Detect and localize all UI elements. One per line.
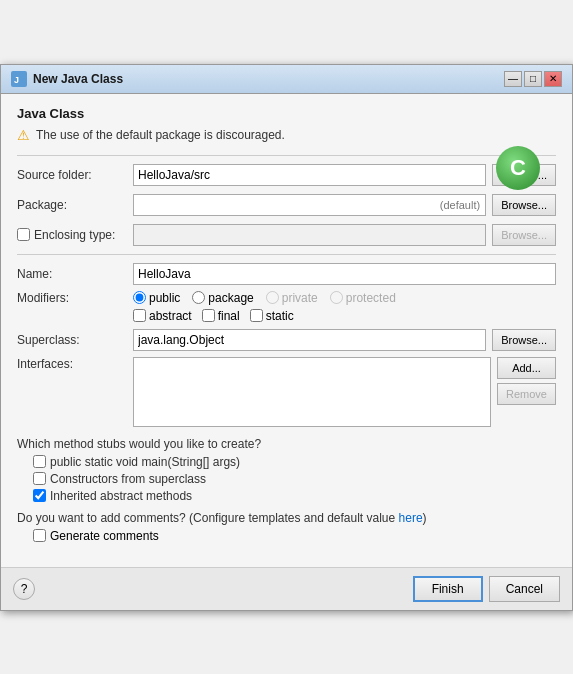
modifier-checkbox-group: abstract final static [133, 309, 556, 323]
interfaces-buttons: Add... Remove [497, 357, 556, 405]
window-title: New Java Class [33, 72, 123, 86]
stub-constructors-label: Constructors from superclass [50, 472, 206, 486]
modifier-static-label: static [266, 309, 294, 323]
interfaces-textarea[interactable] [133, 357, 491, 427]
title-bar-left: J New Java Class [11, 71, 123, 87]
name-row: Name: [17, 263, 556, 285]
dialog-content: Java Class ⚠ The use of the default pack… [1, 94, 572, 567]
modifier-abstract-checkbox[interactable] [133, 309, 146, 322]
generate-comments-checkbox[interactable] [33, 529, 46, 542]
comments-item: Generate comments [33, 529, 556, 543]
stub-main-label: public static void main(String[] args) [50, 455, 240, 469]
comments-section: Do you want to add comments? (Configure … [17, 511, 556, 543]
modifier-public-label: public [149, 291, 180, 305]
interfaces-remove-button[interactable]: Remove [497, 383, 556, 405]
superclass-input[interactable] [133, 329, 486, 351]
modifier-static-checkbox[interactable] [250, 309, 263, 322]
stub-constructors-checkbox[interactable] [33, 472, 46, 485]
modifier-protected-radio[interactable] [330, 291, 343, 304]
name-label: Name: [17, 267, 127, 281]
comments-title: Do you want to add comments? (Configure … [17, 511, 556, 525]
modifier-abstract-label: abstract [149, 309, 192, 323]
interfaces-add-button[interactable]: Add... [497, 357, 556, 379]
bottom-bar: ? Finish Cancel [1, 567, 572, 610]
logo-area: C [496, 146, 540, 190]
warning-row: ⚠ The use of the default package is disc… [17, 127, 556, 143]
enclosing-type-input[interactable] [133, 224, 486, 246]
modifier-final-checkbox[interactable] [202, 309, 215, 322]
package-browse-button[interactable]: Browse... [492, 194, 556, 216]
modifier-private-radio[interactable] [266, 291, 279, 304]
enclosing-type-browse-button[interactable]: Browse... [492, 224, 556, 246]
modifier-protected-item[interactable]: protected [330, 291, 396, 305]
enclosing-type-checkbox[interactable] [17, 228, 30, 241]
stubs-item-1: public static void main(String[] args) [33, 455, 556, 469]
title-bar-buttons: — □ ✕ [504, 71, 562, 87]
modifier-abstract-item[interactable]: abstract [133, 309, 192, 323]
modifier-final-label: final [218, 309, 240, 323]
finish-button[interactable]: Finish [413, 576, 483, 602]
logo-circle: C [496, 146, 540, 190]
enclosing-type-label: Enclosing type: [34, 228, 115, 242]
interfaces-row: Interfaces: Add... Remove [17, 357, 556, 427]
modifier-public-radio[interactable] [133, 291, 146, 304]
svg-text:J: J [14, 75, 19, 85]
modifier-static-item[interactable]: static [250, 309, 294, 323]
modifier-package-label: package [208, 291, 253, 305]
stub-inherited-label: Inherited abstract methods [50, 489, 192, 503]
package-input[interactable] [133, 194, 486, 216]
interfaces-label: Interfaces: [17, 357, 127, 371]
comments-here-link[interactable]: here [399, 511, 423, 525]
modifiers-label: Modifiers: [17, 291, 127, 305]
stub-inherited-checkbox[interactable] [33, 489, 46, 502]
divider1 [17, 155, 556, 156]
modifier-package-item[interactable]: package [192, 291, 253, 305]
section-title: Java Class [17, 106, 556, 121]
modifiers-options: public package private protected [133, 291, 556, 323]
modifier-private-label: private [282, 291, 318, 305]
warning-icon: ⚠ [17, 127, 30, 143]
source-folder-label: Source folder: [17, 168, 127, 182]
visibility-radio-group: public package private protected [133, 291, 556, 305]
minimize-button[interactable]: — [504, 71, 522, 87]
modifier-final-item[interactable]: final [202, 309, 240, 323]
modifier-protected-label: protected [346, 291, 396, 305]
modifier-private-item[interactable]: private [266, 291, 318, 305]
logo-letter: C [510, 155, 526, 181]
enclosing-type-row: Enclosing type: Browse... [17, 224, 556, 246]
help-button[interactable]: ? [13, 578, 35, 600]
stubs-section: Which method stubs would you like to cre… [17, 437, 556, 503]
name-input[interactable] [133, 263, 556, 285]
superclass-browse-button[interactable]: Browse... [492, 329, 556, 351]
stubs-title: Which method stubs would you like to cre… [17, 437, 556, 451]
package-default-text: (default) [440, 199, 480, 211]
stub-main-checkbox[interactable] [33, 455, 46, 468]
source-folder-row: Source folder: Browse... [17, 164, 556, 186]
stubs-item-2: Constructors from superclass [33, 472, 556, 486]
modifiers-row: Modifiers: public package private [17, 291, 556, 323]
superclass-row: Superclass: Browse... [17, 329, 556, 351]
generate-comments-label: Generate comments [50, 529, 159, 543]
java-icon: J [11, 71, 27, 87]
title-bar: J New Java Class — □ ✕ [1, 65, 572, 94]
modifier-public-item[interactable]: public [133, 291, 180, 305]
package-label: Package: [17, 198, 127, 212]
new-java-class-dialog: J New Java Class — □ ✕ Java Class ⚠ The … [0, 64, 573, 611]
comments-title-suffix: ) [423, 511, 427, 525]
package-row: Package: (default) Browse... [17, 194, 556, 216]
modifier-package-radio[interactable] [192, 291, 205, 304]
warning-text: The use of the default package is discou… [36, 128, 285, 142]
close-button[interactable]: ✕ [544, 71, 562, 87]
maximize-button[interactable]: □ [524, 71, 542, 87]
comments-title-prefix: Do you want to add comments? (Configure … [17, 511, 399, 525]
stubs-item-3: Inherited abstract methods [33, 489, 556, 503]
bottom-buttons: Finish Cancel [413, 576, 560, 602]
header-area: Java Class ⚠ The use of the default pack… [17, 106, 556, 143]
divider2 [17, 254, 556, 255]
source-folder-input[interactable] [133, 164, 486, 186]
superclass-label: Superclass: [17, 333, 127, 347]
cancel-button[interactable]: Cancel [489, 576, 560, 602]
